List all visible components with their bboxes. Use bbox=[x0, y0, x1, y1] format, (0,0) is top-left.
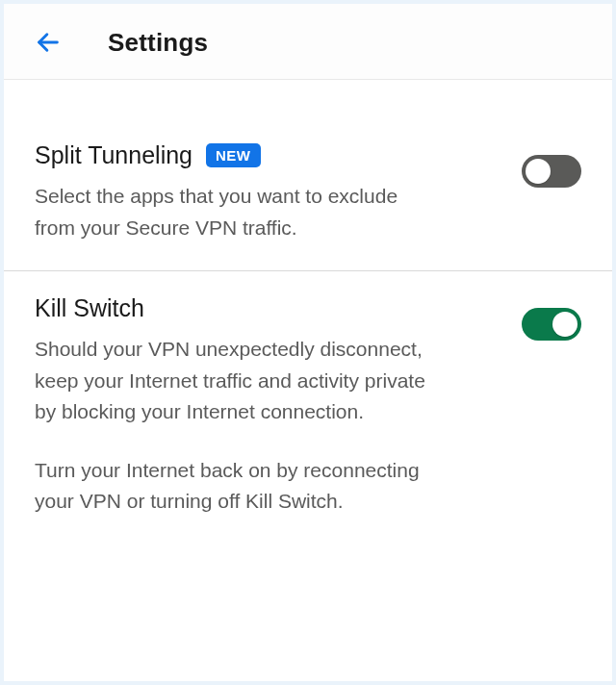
setting-split-tunneling: Split Tunneling NEW Select the apps that… bbox=[4, 118, 612, 271]
arrow-left-icon bbox=[35, 29, 62, 56]
toggle-knob-icon bbox=[552, 312, 578, 337]
setting-kill-switch: Kill Switch Should your VPN unexpectedly… bbox=[4, 271, 612, 545]
back-button[interactable] bbox=[31, 25, 65, 60]
kill-switch-desc-p1: Should your VPN unexpectedly disconnect,… bbox=[35, 334, 429, 428]
page-title: Settings bbox=[108, 28, 208, 58]
header-bar: Settings bbox=[4, 4, 612, 80]
kill-switch-description: Should your VPN unexpectedly disconnect,… bbox=[35, 334, 429, 518]
kill-switch-toggle[interactable] bbox=[522, 308, 581, 341]
settings-content: Split Tunneling NEW Select the apps that… bbox=[4, 80, 612, 681]
kill-switch-desc-p2: Turn your Internet back on by reconnecti… bbox=[35, 455, 429, 518]
kill-switch-title: Kill Switch bbox=[35, 294, 144, 322]
split-tunneling-title: Split Tunneling bbox=[35, 141, 192, 169]
new-badge: NEW bbox=[206, 143, 261, 167]
split-tunneling-description: Select the apps that you want to exclude… bbox=[35, 181, 429, 243]
split-tunneling-toggle[interactable] bbox=[522, 155, 581, 188]
toggle-knob-icon bbox=[526, 159, 551, 184]
